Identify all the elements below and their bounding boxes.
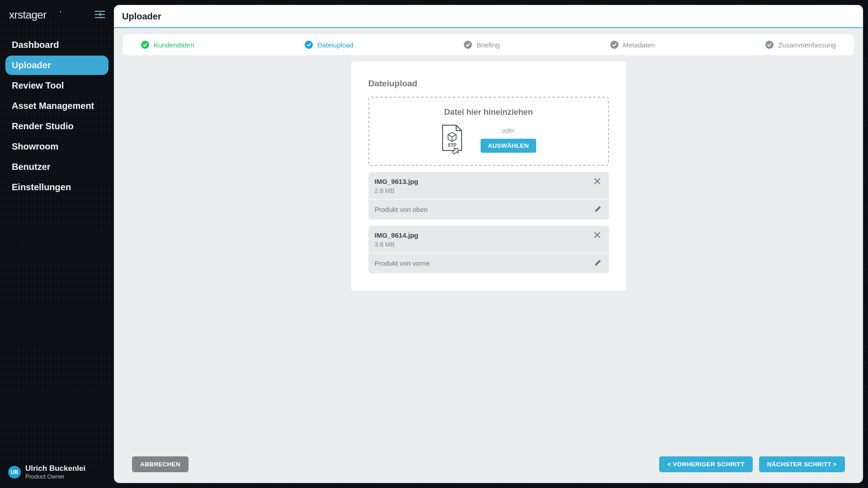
main-panel: Uploader Kundendaten Dateiupload [114,5,863,483]
step-briefing[interactable]: Briefing [464,41,500,49]
user-role: Product Owner [25,473,85,480]
sidebar-footer: UB Ulrich Buckenlei Product Owner [5,464,108,480]
file-name: IMG_9614.jpg [375,231,419,239]
footer-right: < VORHERIGER SCHRITT NÄCHSTER SCHRITT > [659,456,845,472]
edit-description-icon[interactable] [594,258,603,268]
file-name: IMG_9613.jpg [375,178,419,185]
stepper: Kundendaten Dateiupload Briefing [123,34,854,55]
previous-step-button[interactable]: < VORHERIGER SCHRITT [659,456,753,472]
sidebar-item-showroom[interactable]: Showroom [5,137,108,156]
step-kundendaten[interactable]: Kundendaten [141,41,194,49]
menu-toggle-icon[interactable] [95,10,105,20]
uploaded-file-item: IMG_9613.jpg 2.8 MB Produkt von oben [368,172,609,220]
dropzone-heading: Datei hier hineinziehen [378,108,599,117]
content-area: Dateiupload Datei hier hineinziehen [114,55,863,300]
step-check-icon [610,41,618,49]
uploaded-file-item: IMG_9614.jpg 3.6 MB Produkt von vorne [368,226,609,273]
step-metadaten[interactable]: Metadaten [610,41,655,49]
upload-card: Dateiupload Datei hier hineinziehen [351,61,626,291]
file-description-row: Produkt von oben [368,199,609,220]
upload-section-title: Dateiupload [368,79,609,89]
sidebar: xrstager Dashboard Uploader Review Tool … [0,0,114,488]
user-block: Ulrich Buckenlei Product Owner [25,464,85,480]
step-check-icon [765,41,774,49]
file-size: 3.6 MB [375,241,419,248]
file-ext-label: STP [448,143,457,148]
panel-footer: ABBRECHEN < VORHERIGER SCHRITT NÄCHSTER … [114,450,863,483]
app-root: xrstager Dashboard Uploader Review Tool … [0,0,868,488]
sidebar-item-asset-management[interactable]: Asset Management [5,96,108,116]
sidebar-item-einstellungen[interactable]: Einstellungen [5,178,108,197]
file-description-row: Produkt von vorne [368,253,609,273]
step-label: Briefing [476,41,500,49]
step-check-icon [464,41,472,49]
file-meta: IMG_9613.jpg 2.8 MB [375,178,419,194]
step-check-icon [305,41,313,49]
step-label: Kundendaten [154,41,194,49]
sidebar-item-benutzer[interactable]: Benutzer [5,157,108,177]
edit-description-icon[interactable] [594,204,603,214]
next-step-button[interactable]: NÄCHSTER SCHRITT > [759,456,845,472]
sidebar-nav: Dashboard Uploader Review Tool Asset Man… [5,34,108,198]
avatar[interactable]: UB [8,466,21,479]
page-title: Uploader [114,5,863,28]
sidebar-item-dashboard[interactable]: Dashboard [5,35,108,55]
sidebar-item-review-tool[interactable]: Review Tool [5,76,108,95]
dropzone-body: STP oder AUSWÄHLEN [441,124,536,155]
stepper-container: Kundendaten Dateiupload Briefing [114,28,863,55]
file-size: 2.8 MB [375,187,419,194]
file-description: Produkt von oben [375,206,428,213]
select-file-button[interactable]: AUSWÄHLEN [481,139,536,153]
remove-file-icon[interactable] [592,231,603,241]
file-meta: IMG_9614.jpg 3.6 MB [375,231,419,248]
step-zusammenfassung[interactable]: Zusammenfassung [765,41,836,49]
svg-text:xrstager: xrstager [9,9,47,21]
dropzone[interactable]: Datei hier hineinziehen [368,97,609,166]
dropzone-right: oder AUSWÄHLEN [481,127,536,153]
step-check-icon [141,41,149,49]
file-item-header: IMG_9614.jpg 3.6 MB [368,226,609,253]
step-label: Zusammenfassung [778,41,836,49]
step-dateiupload[interactable]: Dateiupload [305,41,354,49]
brand-logo: xrstager [9,9,63,22]
file-item-header: IMG_9613.jpg 2.8 MB [368,172,609,199]
sidebar-item-uploader[interactable]: Uploader [5,56,108,75]
file-type-icon: STP [441,124,464,155]
sidebar-item-render-studio[interactable]: Render Studio [5,117,108,136]
step-label: Dateiupload [317,41,354,49]
remove-file-icon[interactable] [592,178,603,187]
dropzone-or-label: oder [502,127,514,134]
file-description: Produkt von vorne [375,259,430,267]
svg-point-1 [60,11,61,12]
step-label: Metadaten [623,41,655,49]
user-name: Ulrich Buckenlei [25,464,85,473]
cancel-button[interactable]: ABBRECHEN [132,456,189,472]
sidebar-top: xrstager [5,7,108,30]
